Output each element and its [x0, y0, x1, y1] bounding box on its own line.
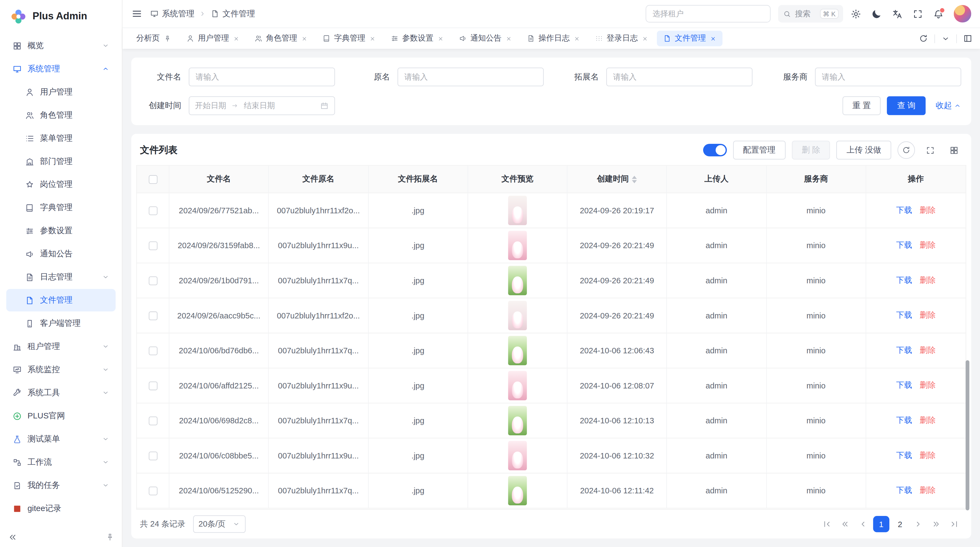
column-header[interactable]: 文件原名 [269, 166, 369, 193]
page-button-1[interactable]: 1 [873, 516, 889, 532]
sidebar-item-clients[interactable]: 客户端管理 [6, 312, 116, 335]
toggle-switch[interactable] [703, 144, 727, 156]
close-icon[interactable] [505, 35, 512, 41]
reset-button[interactable]: 重 置 [842, 96, 881, 115]
collapse-filter-link[interactable]: 收起 [935, 100, 961, 111]
row-checkbox[interactable] [148, 416, 157, 425]
app-logo[interactable]: Plus Admin [0, 0, 122, 32]
table-scrollbar[interactable] [966, 360, 969, 510]
close-icon[interactable] [301, 35, 307, 41]
sidebar-item-workflow[interactable]: 工作流 [6, 451, 116, 474]
sidebar-item-files[interactable]: 文件管理 [6, 289, 116, 312]
sidebar-item-logs[interactable]: 日志管理 [6, 266, 116, 289]
file-name-input[interactable] [189, 67, 335, 86]
row-checkbox[interactable] [148, 276, 157, 285]
delete-link[interactable]: 删除 [920, 310, 935, 321]
tab-users[interactable]: 用户管理 [180, 30, 245, 46]
column-header[interactable]: 创建时间 [568, 166, 667, 193]
sidebar-item-test[interactable]: 测试菜单 [6, 428, 116, 450]
prev-5-pages-button[interactable] [837, 516, 853, 532]
tab-op-logs[interactable]: 操作日志 [520, 30, 586, 46]
preview-image[interactable] [508, 266, 527, 295]
download-link[interactable]: 下载 [896, 310, 912, 321]
global-search[interactable]: 搜索 ⌘ K [778, 5, 843, 22]
download-link[interactable]: 下载 [896, 485, 912, 496]
sidebar-pin-icon[interactable] [106, 533, 115, 542]
tab-menu-icon[interactable] [941, 34, 950, 43]
column-header[interactable]: 上传人 [667, 166, 767, 193]
breadcrumb-item-files[interactable]: 文件管理 [211, 8, 255, 19]
next-page-button[interactable] [910, 516, 926, 532]
sidebar-item-menus[interactable]: 菜单管理 [6, 127, 116, 150]
date-range-input[interactable]: 开始日期 结束日期 [189, 96, 335, 115]
sidebar-item-tasks[interactable]: 我的任务 [6, 474, 116, 497]
close-icon[interactable] [369, 35, 375, 41]
config-button[interactable]: 配置管理 [733, 141, 786, 159]
row-checkbox[interactable] [148, 486, 157, 495]
row-checkbox[interactable] [148, 381, 157, 390]
delete-button[interactable]: 删 除 [792, 141, 830, 159]
row-checkbox[interactable] [148, 241, 157, 250]
download-link[interactable]: 下载 [896, 205, 912, 216]
refresh-list-button[interactable] [897, 141, 915, 159]
tab-files[interactable]: 文件管理 [657, 30, 722, 46]
download-link[interactable]: 下载 [896, 275, 912, 286]
tab-notices[interactable]: 通知公告 [452, 30, 518, 46]
sidebar-item-plus-site[interactable]: PLUS官网 [6, 405, 116, 427]
tab-analysis[interactable]: 分析页 [130, 30, 177, 46]
column-header[interactable]: 文件拓展名 [368, 166, 468, 193]
sidebar-item-monitoring[interactable]: 系统监控 [6, 359, 116, 381]
columns-button[interactable] [945, 141, 962, 159]
sidebar-item-tenants[interactable]: 租户管理 [6, 335, 116, 358]
layout-icon[interactable] [963, 34, 972, 43]
sidebar-item-system[interactable]: 系统管理 [6, 57, 116, 80]
delete-link[interactable]: 删除 [920, 275, 935, 286]
row-checkbox[interactable] [148, 346, 157, 355]
refresh-tab-icon[interactable] [919, 34, 928, 43]
sidebar-item-dicts[interactable]: 字典管理 [6, 196, 116, 219]
first-page-button[interactable] [819, 516, 835, 532]
preview-image[interactable] [508, 476, 527, 506]
fullscreen-icon[interactable] [913, 8, 923, 19]
delete-link[interactable]: 删除 [920, 485, 935, 496]
delete-link[interactable]: 删除 [920, 380, 935, 391]
sidebar-item-posts[interactable]: 岗位管理 [6, 173, 116, 196]
close-icon[interactable] [710, 35, 716, 41]
close-icon[interactable] [437, 35, 444, 41]
tab-login-logs[interactable]: 登录日志 [589, 30, 654, 46]
preview-image[interactable] [508, 196, 527, 225]
page-button-2[interactable]: 2 [892, 516, 908, 532]
tab-dicts[interactable]: 字典管理 [316, 30, 382, 46]
page-size-select[interactable]: 20条/页 [193, 515, 245, 533]
extension-input[interactable] [606, 67, 752, 86]
preview-image[interactable] [508, 406, 527, 435]
user-avatar[interactable] [954, 5, 971, 22]
sidebar-item-params[interactable]: 参数设置 [6, 220, 116, 242]
preview-image[interactable] [508, 336, 527, 365]
menu-toggle-icon[interactable] [131, 8, 142, 19]
column-header[interactable]: 操作 [866, 166, 966, 193]
row-checkbox[interactable] [148, 451, 157, 460]
row-checkbox[interactable] [148, 311, 157, 320]
sidebar-item-notices[interactable]: 通知公告 [6, 243, 116, 265]
tenant-select[interactable] [646, 5, 771, 22]
delete-link[interactable]: 删除 [920, 450, 935, 461]
column-header[interactable]: 文件预览 [468, 166, 568, 193]
dark-mode-icon[interactable] [871, 8, 882, 19]
tab-params[interactable]: 参数设置 [384, 30, 450, 46]
breadcrumb-item-system[interactable]: 系统管理 [150, 8, 194, 19]
query-button[interactable]: 查 询 [887, 96, 926, 115]
preview-image[interactable] [508, 301, 527, 330]
delete-link[interactable]: 删除 [920, 205, 935, 216]
column-header[interactable]: 服务商 [767, 166, 866, 193]
notifications-icon[interactable] [933, 8, 944, 19]
tab-roles[interactable]: 角色管理 [248, 30, 313, 46]
download-link[interactable]: 下载 [896, 380, 912, 391]
last-page-button[interactable] [946, 516, 963, 532]
delete-link[interactable]: 删除 [920, 415, 935, 426]
sidebar-item-depts[interactable]: 部门管理 [6, 150, 116, 173]
row-checkbox[interactable] [148, 206, 157, 215]
download-link[interactable]: 下载 [896, 345, 912, 356]
download-link[interactable]: 下载 [896, 415, 912, 426]
sidebar-item-roles[interactable]: 角色管理 [6, 104, 116, 126]
